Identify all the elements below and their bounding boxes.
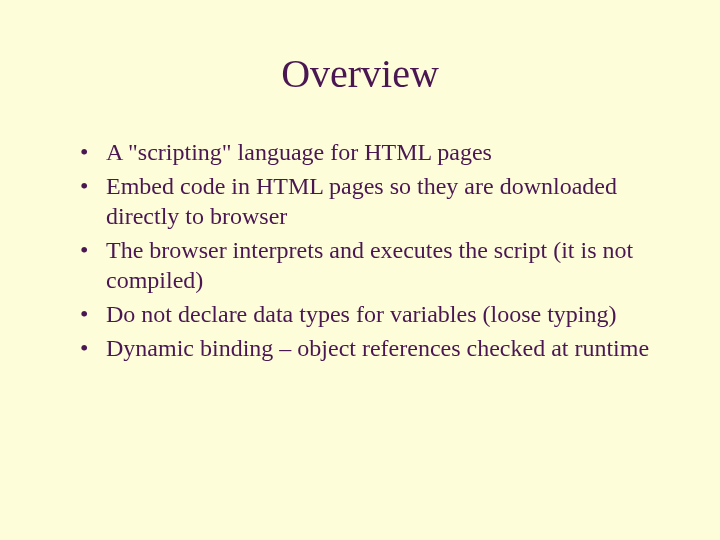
list-item: Embed code in HTML pages so they are dow… [86,171,660,231]
list-item: A "scripting" language for HTML pages [86,137,660,167]
slide: Overview A "scripting" language for HTML… [0,0,720,540]
list-item: Do not declare data types for variables … [86,299,660,329]
slide-title: Overview [60,50,660,97]
list-item: Dynamic binding – object references chec… [86,333,660,363]
bullet-list: A "scripting" language for HTML pages Em… [60,137,660,363]
list-item: The browser interprets and executes the … [86,235,660,295]
